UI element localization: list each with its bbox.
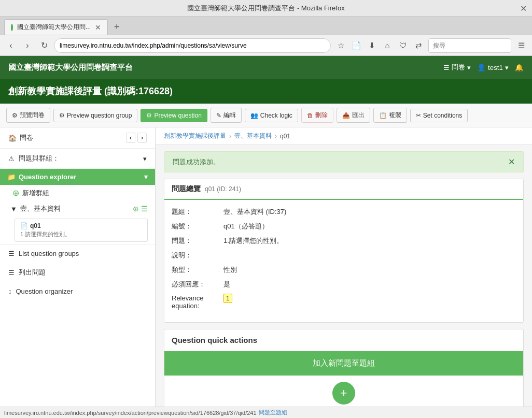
status-url: limesurvey.iro.ntnu.edu.tw/index.php/sur…: [4, 410, 257, 416]
list-questions-icon: ☰: [8, 269, 15, 277]
preview-survey-button[interactable]: ⚙ 預覽問卷: [6, 108, 50, 123]
bookmark-button[interactable]: ☆: [334, 39, 347, 52]
add-question-button[interactable]: 加入新問題至題組: [164, 351, 523, 376]
preview-question-group-button[interactable]: ⚙ Preview question group: [53, 109, 137, 122]
browser-toolbar-icons: ☆ 📄 ⬇ ⌂ 🛡 ⇄: [334, 39, 425, 52]
sidebar-problems-item[interactable]: ⚠ 問題與群組： ▾: [0, 149, 155, 168]
edit-button[interactable]: ✎ 編輯: [211, 108, 242, 123]
breadcrumb-survey[interactable]: 創新教學實施課後評量: [164, 132, 226, 140]
refresh-button[interactable]: ↻: [37, 39, 51, 52]
preview-question-label: Preview question: [154, 112, 201, 119]
detail-description-row: 說明：: [172, 251, 516, 260]
user-menu-button[interactable]: 👤 test1 ▾: [477, 64, 509, 71]
tab-favicon: [11, 24, 13, 31]
home-button[interactable]: ⌂: [381, 39, 394, 52]
back-button[interactable]: ‹: [4, 39, 18, 52]
browser-title: 國立臺灣師範大學公用問卷調查平台 - Mozilla Firefox: [187, 4, 344, 13]
content-area: 創新教學實施課後評量 › 壹、基本資料 › q01 問題成功添加。 ✕ 問題總覽…: [156, 127, 532, 407]
survey-menu-button[interactable]: ☰ 問卷 ▾: [443, 63, 471, 72]
group-add-button[interactable]: ⊕: [133, 205, 139, 213]
forward-button[interactable]: ›: [21, 39, 34, 52]
check-logic-button[interactable]: 👥 Check logic: [245, 109, 298, 122]
status-link[interactable]: 問題至題組: [259, 409, 287, 416]
shield-button[interactable]: 🛡: [396, 39, 410, 52]
success-alert: 問題成功添加。 ✕: [164, 151, 524, 172]
required-label: 必須回應：: [172, 280, 223, 289]
sidebar-list-questions[interactable]: ☰ 列出問題: [0, 263, 155, 282]
question-value: 1.請選擇您的性別。: [223, 236, 283, 246]
check-logic-label: Check logic: [260, 112, 292, 119]
relevance-highlight: 1: [223, 294, 232, 303]
delete-button[interactable]: 🗑 刪除: [301, 108, 333, 123]
tab-close-button[interactable]: ✕: [95, 23, 101, 32]
set-conditions-button[interactable]: ✂ Set conditions: [410, 109, 468, 122]
notification-button[interactable]: 🔔: [515, 64, 524, 71]
sidebar-question-organizer[interactable]: ↕ Question organizer: [0, 282, 155, 300]
sidebar-next-button[interactable]: ›: [137, 133, 147, 143]
browser-toolbar: ‹ › ↻ ☆ 📄 ⬇ ⌂ 🛡 ⇄ ☰: [0, 35, 532, 56]
preview-question-button[interactable]: ⚙ Preview question: [141, 109, 207, 122]
group-label: 題組：: [172, 207, 223, 217]
list-questions-label: 列出問題: [19, 268, 46, 277]
question-explorer-header[interactable]: 📁 Question explorer ▾: [0, 169, 155, 185]
sidebar-list-groups[interactable]: ☰ List question groups: [0, 244, 155, 263]
edit-label: 編輯: [223, 111, 236, 120]
sidebar-survey-label: 問卷: [20, 133, 33, 142]
explorer-icon: 📁: [7, 173, 16, 181]
new-tab-button[interactable]: +: [110, 20, 124, 35]
list-icon: ☰: [443, 64, 450, 71]
organizer-icon: ↕: [8, 287, 12, 295]
active-tab[interactable]: 國立臺灣師範大學公用問... ✕: [4, 19, 108, 35]
edit-icon: ✎: [216, 112, 221, 119]
panel-subtitle: q01 (ID: 241): [205, 185, 241, 193]
sidebar-survey-link[interactable]: 🏠 問卷: [8, 133, 33, 142]
question-label: 問題：: [172, 236, 223, 246]
question-item-text: 1.請選擇您的性別。: [20, 230, 142, 238]
code-label: 編號：: [172, 222, 223, 231]
question-explorer-label: Question explorer: [19, 173, 76, 181]
user-icon: 👤: [477, 64, 486, 71]
search-input[interactable]: [428, 38, 511, 53]
delete-icon: 🗑: [307, 112, 313, 119]
sidebar-problems-label: 問題與群組：: [19, 154, 59, 163]
breadcrumb-group[interactable]: 壹、基本資料: [234, 132, 272, 140]
code-value: q01（必答題）: [223, 222, 269, 231]
preview-survey-label: 預覽問卷: [20, 111, 45, 120]
check-logic-icon: 👥: [250, 112, 258, 119]
breadcrumb-sep2: ›: [275, 133, 277, 140]
download-button[interactable]: ⬇: [365, 39, 379, 52]
add-circle-container: +: [164, 376, 523, 407]
window-close-button[interactable]: ✕: [520, 3, 527, 13]
add-circle-button[interactable]: +: [332, 382, 355, 405]
address-bar[interactable]: [54, 38, 331, 53]
sidebar-prev-button[interactable]: ‹: [126, 133, 135, 143]
detail-required-row: 必須回應： 是: [172, 280, 516, 289]
preview-group-label: Preview question group: [67, 112, 132, 119]
user-label: test1: [488, 64, 503, 71]
panel-header: 問題總覽 q01 (ID: 241): [164, 179, 523, 200]
group-list-button[interactable]: ☰: [141, 205, 148, 213]
sync-button[interactable]: ⇄: [412, 39, 425, 52]
quick-actions-panel: Question quick actions 加入新問題至題組 +: [164, 329, 524, 407]
group-header[interactable]: ▼ 壹、基本資料 ⊕ ☰: [0, 201, 155, 217]
question-item[interactable]: 📄 q01 1.請選擇您的性別。: [15, 219, 148, 242]
menu-button[interactable]: ☰: [514, 39, 528, 52]
set-conditions-label: Set conditions: [423, 112, 462, 119]
sidebar-bottom-items: ☰ List question groups ☰ 列出問題 ↕ Question…: [0, 244, 155, 300]
organizer-label: Question organizer: [16, 287, 73, 295]
copy-button[interactable]: 📋 複製: [373, 108, 407, 123]
user-arrow: ▾: [505, 64, 509, 71]
quick-actions-header: Question quick actions: [164, 329, 523, 351]
sidebar-problems-section: ⚠ 問題與群組： ▾: [0, 149, 155, 169]
alert-close-button[interactable]: ✕: [508, 157, 515, 167]
group-header-left: ▼ 壹、基本資料: [10, 204, 61, 213]
delete-label: 刪除: [315, 111, 328, 120]
add-group-item[interactable]: ⊕ 新增群組: [0, 185, 155, 201]
group-header-right: ⊕ ☰: [133, 205, 148, 213]
group-value: 壹、基本資料 (ID:37): [223, 207, 286, 217]
breadcrumb-sep1: ›: [229, 133, 231, 140]
detail-question-row: 問題： 1.請選擇您的性別。: [172, 236, 516, 246]
export-button[interactable]: 📤 匯出: [337, 108, 370, 123]
preview-question-icon: ⚙: [146, 112, 152, 119]
reader-button[interactable]: 📄: [349, 39, 363, 52]
